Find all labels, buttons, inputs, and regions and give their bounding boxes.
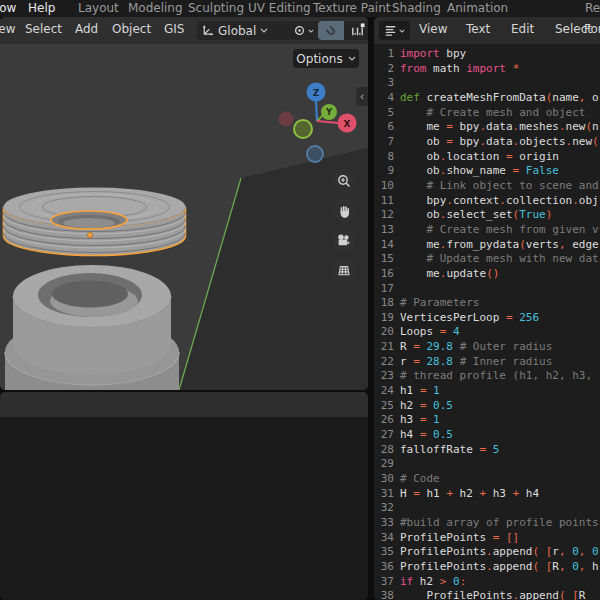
- code-line: R = 29.8 # Outer radius: [400, 340, 599, 355]
- code-line: # Create mesh from given v: [400, 223, 599, 238]
- gizmo-minus-y-ball[interactable]: [294, 120, 312, 138]
- workspace-tab-sculpting[interactable]: Sculpting: [188, 1, 244, 16]
- line-number: 12: [374, 208, 394, 223]
- code-line: h2 = 0.5: [400, 399, 599, 414]
- code-line: r = 28.8 # Inner radius: [400, 355, 599, 370]
- zoom-button[interactable]: [332, 169, 356, 193]
- code-line: # Update mesh with new dat: [400, 252, 599, 267]
- viewport-menu-object[interactable]: Object: [112, 22, 151, 36]
- blender-window: WindowHelpLayoutModelingSculptingUV Edit…: [0, 0, 600, 600]
- sidebar-toggle-arrow: ‹: [360, 90, 364, 103]
- code-line: [400, 501, 599, 516]
- code-area[interactable]: 1234567891011121314151617181920212223242…: [374, 44, 600, 600]
- workspace-tab-render[interactable]: Render: [585, 1, 600, 16]
- options-dropdown-button[interactable]: Options: [293, 49, 359, 68]
- viewport-3d[interactable]: Y Z X Global: [0, 17, 368, 390]
- line-number: 24: [374, 384, 394, 399]
- line-number: 1: [374, 47, 394, 62]
- code-line: ob.show_name = False: [400, 164, 599, 179]
- line-number: 28: [374, 443, 394, 458]
- transform-orientation-dropdown[interactable]: Global: [197, 21, 289, 40]
- viewport-header: Global: [0, 17, 368, 44]
- code-line: #build array of profile points: [400, 516, 599, 531]
- code-line: falloffRate = 5: [400, 443, 599, 458]
- bottom-editor[interactable]: [0, 392, 368, 600]
- code-line: Loops = 4: [400, 325, 599, 340]
- line-number: 15: [374, 252, 394, 267]
- workspace-tab-uv-editing[interactable]: UV Editing: [248, 1, 311, 16]
- text-editor-header: ViewTextEditSelectFormat: [374, 17, 600, 44]
- code-line: me = bpy.data.meshes.new(n: [400, 120, 599, 135]
- texteditor-menu-format[interactable]: Format: [584, 22, 600, 36]
- chevron-down-icon: [260, 28, 268, 33]
- topbar: WindowHelpLayoutModelingSculptingUV Edit…: [0, 0, 600, 17]
- code-line: ob.location = origin: [400, 150, 599, 165]
- topbar-menu-help[interactable]: Help: [28, 1, 55, 16]
- code-lines: import bpyfrom math import *def createMe…: [400, 47, 599, 600]
- code-line: ProfilePoints.append( [R: [400, 589, 599, 600]
- gizmo-x-label: X: [344, 119, 351, 129]
- gizmo-minus-z-ball[interactable]: [307, 146, 323, 162]
- workspace-tab-modeling[interactable]: Modeling: [128, 1, 183, 16]
- gizmo-y-label: Y: [325, 107, 333, 117]
- viewport-menu-gis[interactable]: GIS: [164, 22, 184, 36]
- line-number: 38: [374, 589, 394, 600]
- line-number: 14: [374, 238, 394, 253]
- code-line: h1 = 1: [400, 384, 599, 399]
- text-editor[interactable]: 1234567891011121314151617181920212223242…: [374, 17, 600, 600]
- line-number: 4: [374, 91, 394, 106]
- code-line: ProfilePoints.append( [r, 0, 0: [400, 545, 599, 560]
- gizmo-minus-x-ball[interactable]: [279, 112, 294, 127]
- magnet-icon: [324, 24, 338, 38]
- editor-type-dropdown[interactable]: [379, 21, 410, 40]
- cylinder-object[interactable]: [5, 265, 179, 390]
- snap-target-button[interactable]: [344, 21, 368, 40]
- workspace-tab-shading[interactable]: Shading: [392, 1, 441, 16]
- line-number: 6: [374, 120, 394, 135]
- hand-icon: [337, 204, 352, 219]
- code-line: ob = bpy.data.objects.new(: [400, 135, 599, 150]
- code-line: ob.select_set(True): [400, 208, 599, 223]
- line-number: 5: [374, 106, 394, 121]
- viewport-menu-select[interactable]: Select: [25, 22, 62, 36]
- workspace-tab-layout[interactable]: Layout: [78, 1, 119, 16]
- workspace-tab-animation[interactable]: Animation: [447, 1, 508, 16]
- code-line: ProfilePoints = []: [400, 531, 599, 546]
- line-number: 21: [374, 340, 394, 355]
- viewport-menu-view[interactable]: View: [0, 22, 15, 36]
- snap-toggle-button[interactable]: [318, 21, 344, 40]
- object-origin-dot: [87, 232, 92, 237]
- line-number: 23: [374, 369, 394, 384]
- topbar-menu-window[interactable]: Window: [0, 1, 16, 16]
- line-number: 17: [374, 282, 394, 297]
- selected-thread-ring-object[interactable]: [4, 188, 186, 256]
- line-number: 30: [374, 472, 394, 487]
- code-line: h4 = 0.5: [400, 428, 599, 443]
- workspace-tab-texture-paint[interactable]: Texture Paint: [313, 1, 390, 16]
- texteditor-menu-edit[interactable]: Edit: [511, 22, 534, 36]
- camera-view-button[interactable]: [332, 229, 356, 253]
- line-number: 37: [374, 575, 394, 590]
- orientation-label: Global: [218, 24, 256, 38]
- code-line: ProfilePoints.append( [R, 0, h: [400, 560, 599, 575]
- line-number: 29: [374, 457, 394, 472]
- line-number: 2: [374, 62, 394, 77]
- move-view-button[interactable]: [332, 199, 356, 223]
- line-number: 33: [374, 516, 394, 531]
- texteditor-menu-text[interactable]: Text: [466, 22, 490, 36]
- orientation-axes-icon: [201, 24, 214, 37]
- code-line: me.from_pydata(verts, edge: [400, 238, 599, 253]
- viewport-menu-add[interactable]: Add: [75, 22, 98, 36]
- sidebar-toggle[interactable]: ‹: [356, 87, 368, 106]
- toggle-projection-button[interactable]: [332, 258, 356, 282]
- line-number: 11: [374, 194, 394, 209]
- texteditor-menu-view[interactable]: View: [419, 22, 447, 36]
- viewport-canvas[interactable]: Y Z X: [0, 44, 368, 390]
- bottom-editor-header: [0, 392, 368, 417]
- line-number: 8: [374, 150, 394, 165]
- view-navigation-gizmo[interactable]: Y Z X: [279, 83, 357, 163]
- code-line: H = h1 + h2 + h3 + h4: [400, 487, 599, 502]
- pivot-point-dropdown[interactable]: [286, 21, 321, 40]
- line-number: 27: [374, 428, 394, 443]
- code-line: bpy.context.collection.obj: [400, 194, 599, 209]
